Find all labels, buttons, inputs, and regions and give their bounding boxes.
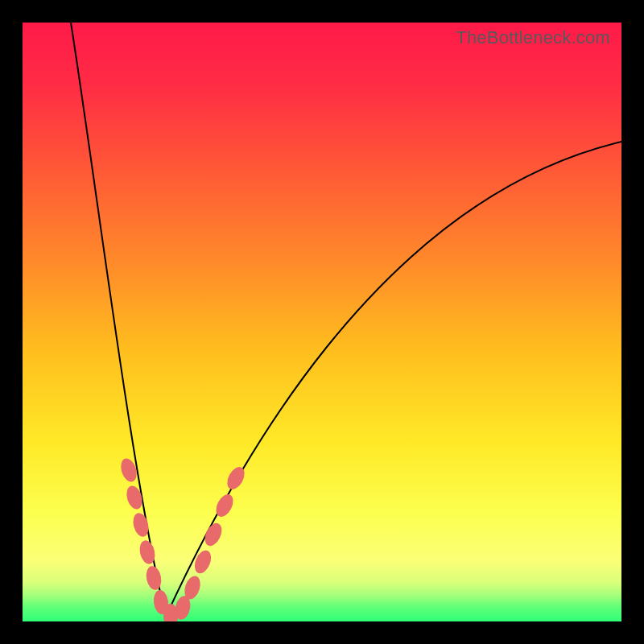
curve-path	[71, 23, 621, 617]
bead	[124, 484, 145, 511]
chart-frame: TheBottleneck.com	[23, 23, 621, 621]
bead	[224, 464, 248, 493]
bead	[192, 548, 214, 576]
bottleneck-curve	[23, 23, 621, 621]
bead	[202, 521, 225, 549]
bead-group	[118, 456, 248, 621]
bead	[144, 565, 163, 592]
